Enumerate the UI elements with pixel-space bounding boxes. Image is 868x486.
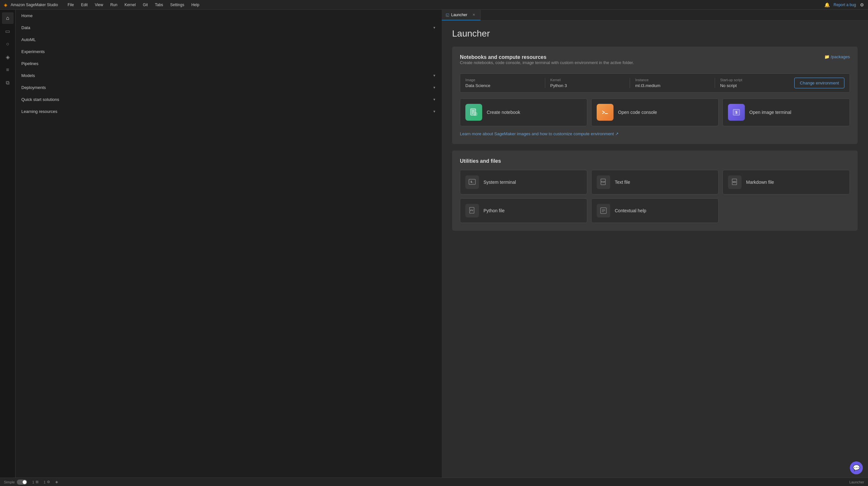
text-file-card[interactable]: TXT Text file (591, 170, 719, 194)
sidebar-item-learning[interactable]: Learning resources ▼ (17, 106, 440, 117)
svg-text:$: $ (735, 110, 737, 114)
sidebar-item-experiments[interactable]: Experiments (17, 46, 440, 57)
status-terminal-count: 1 ⚙ (44, 480, 50, 484)
contextual-help-icon (597, 204, 610, 217)
sidebar-item-pipelines[interactable]: Pipelines (17, 58, 440, 69)
svg-rect-4 (474, 113, 477, 116)
menu-bar: ◈ Amazon SageMaker Studio File Edit View… (0, 0, 868, 10)
kernel-count-icon: ⊞ (36, 480, 38, 484)
tab-launcher-label: Launcher (451, 12, 467, 17)
terminal-count-label: 1 (44, 480, 45, 484)
system-terminal-label: System terminal (484, 180, 516, 185)
notebooks-card-header: Notebooks and compute resources Create n… (460, 54, 850, 71)
tab-launcher-icon: ◱ (446, 12, 449, 17)
notebooks-card-subtitle: Create notebooks, code console, image te… (460, 60, 634, 65)
sidebar-icon-circle[interactable]: ○ (2, 38, 13, 50)
notification-bell-icon[interactable]: 🔔 (824, 2, 830, 7)
sidebar-item-quick-start[interactable]: Quick start solutions ▼ (17, 94, 440, 105)
chat-bubble-button[interactable]: 💬 (850, 461, 863, 474)
folder-link[interactable]: 📁 /packages (824, 54, 850, 59)
terminal-count-icon: ⚙ (47, 480, 50, 484)
sidebar-item-deployments-chevron: ▼ (433, 86, 436, 89)
sidebar-item-data[interactable]: Data ▼ (17, 22, 440, 33)
menu-settings[interactable]: Settings (167, 1, 187, 8)
report-bug-link[interactable]: Report a bug (834, 3, 856, 7)
sidebar-item-learning-label: Learning resources (21, 109, 57, 114)
sidebar-item-data-chevron: ▼ (433, 26, 436, 29)
change-environment-button[interactable]: Change environment (794, 78, 844, 88)
menu-tabs[interactable]: Tabs (152, 1, 166, 8)
sidebar-item-models[interactable]: Models ▼ (17, 70, 440, 81)
notebooks-action-grid: Create notebook Open code console (460, 98, 850, 126)
sidebar-item-learning-chevron: ▼ (433, 110, 436, 113)
env-kernel-value: Python 3 (551, 83, 625, 88)
menu-edit[interactable]: Edit (78, 1, 91, 8)
python-file-icon: PY (465, 204, 479, 217)
env-startup: Start-up script No script (720, 78, 795, 88)
env-instance-value: ml.t3.medium (635, 83, 710, 88)
contextual-help-card[interactable]: Contextual help (591, 199, 719, 223)
python-file-label: Python file (484, 208, 504, 213)
contextual-help-label: Contextual help (615, 208, 646, 213)
status-git[interactable]: ◈ (55, 480, 58, 484)
env-kernel: Kernel Python 3 (551, 78, 630, 88)
sidebar-panel: Home Data ▼ AutoML Experiments Pipelines… (16, 10, 442, 478)
open-image-terminal-card[interactable]: $ Open image terminal (722, 98, 850, 126)
sidebar-icon-extensions[interactable]: ⧉ (2, 77, 13, 89)
status-bar: Simple 1 ⊞ 1 ⚙ ◈ Launcher (0, 478, 868, 486)
sidebar-icons: ⌂ ▭ ○ ◈ ≡ ⧉ (0, 10, 16, 478)
environment-row: Image Data Science Kernel Python 3 Insta… (460, 73, 850, 93)
sidebar-icon-home[interactable]: ⌂ (2, 12, 13, 24)
menu-run[interactable]: Run (107, 1, 121, 8)
env-image: Image Data Science (465, 78, 545, 88)
main-layout: ⌂ ▭ ○ ◈ ≡ ⧉ Home Data ▼ AutoML Experimen… (0, 10, 868, 478)
markdown-file-card[interactable]: MD Markdown file (722, 170, 850, 194)
svg-text:$_: $_ (470, 180, 474, 183)
sidebar-item-pipelines-label: Pipelines (21, 61, 38, 66)
env-instance: Instance ml.t3.medium (635, 78, 715, 88)
sidebar-item-automl[interactable]: AutoML (17, 34, 440, 45)
notebooks-card-title: Notebooks and compute resources (460, 54, 634, 60)
create-notebook-icon (465, 104, 482, 121)
system-terminal-card[interactable]: $_ System terminal (460, 170, 587, 194)
text-file-icon: TXT (597, 175, 610, 189)
settings-gear-icon[interactable]: ⚙ (860, 2, 864, 7)
status-kernel-count: 1 ⊞ (32, 480, 38, 484)
open-code-console-icon (597, 104, 614, 121)
menu-file[interactable]: File (64, 1, 77, 8)
menu-view[interactable]: View (92, 1, 106, 8)
menu-help[interactable]: Help (188, 1, 203, 8)
menu-git[interactable]: Git (140, 1, 151, 8)
app-logo: ◈ (4, 2, 7, 7)
tab-launcher-close[interactable]: ✕ (471, 12, 476, 18)
create-notebook-label: Create notebook (487, 110, 520, 115)
git-status-icon: ◈ (55, 480, 58, 484)
create-notebook-card[interactable]: Create notebook (460, 98, 587, 126)
simple-mode-toggle[interactable]: Simple (4, 480, 27, 485)
sidebar-icon-git[interactable]: ◈ (2, 51, 13, 63)
menu-items: File Edit View Run Kernel Git Tabs Setti… (64, 1, 824, 8)
kernel-count-label: 1 (32, 480, 34, 484)
tab-launcher[interactable]: ◱ Launcher ✕ (442, 10, 480, 20)
page-title: Launcher (452, 28, 858, 39)
sidebar-icon-list[interactable]: ≡ (2, 64, 13, 76)
menu-kernel[interactable]: Kernel (121, 1, 139, 8)
sidebar-item-automl-label: AutoML (21, 37, 36, 42)
open-code-console-card[interactable]: Open code console (591, 98, 719, 126)
learn-more-link[interactable]: Learn more about SageMaker images and ho… (460, 131, 850, 136)
sidebar-item-home[interactable]: Home (17, 10, 440, 21)
sidebar-item-deployments-label: Deployments (21, 85, 46, 90)
open-code-console-label: Open code console (618, 110, 657, 115)
markdown-file-icon: MD (728, 175, 742, 189)
notebooks-card-header-left: Notebooks and compute resources Create n… (460, 54, 634, 71)
svg-text:MD: MD (733, 181, 736, 183)
sidebar-item-experiments-label: Experiments (21, 49, 44, 54)
status-bar-right-label: Launcher (849, 480, 864, 484)
sidebar-icon-files[interactable]: ▭ (2, 25, 13, 37)
sidebar-item-data-label: Data (21, 25, 30, 30)
sidebar-item-deployments[interactable]: Deployments ▼ (17, 82, 440, 93)
python-file-card[interactable]: PY Python file (460, 199, 587, 223)
mode-toggle-switch[interactable] (17, 480, 27, 485)
markdown-file-label: Markdown file (746, 180, 774, 185)
env-image-value: Data Science (465, 83, 540, 88)
